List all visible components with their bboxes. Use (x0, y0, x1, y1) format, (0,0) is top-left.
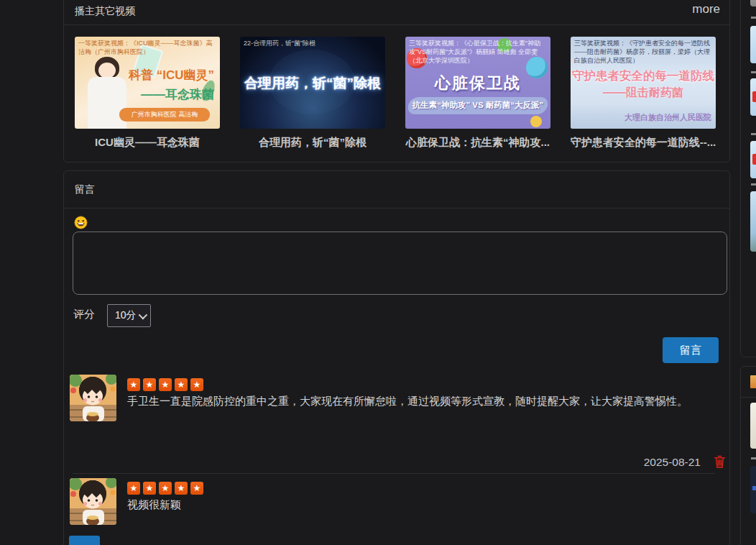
submit-comment-button[interactable]: 留言 (663, 337, 719, 363)
star-icon (143, 378, 156, 391)
comment-text: 视频很新颖 (127, 498, 709, 512)
video-title[interactable]: ICU幽灵——耳念珠菌 (72, 136, 223, 150)
star-icon (127, 378, 140, 391)
sidebar-thumb[interactable] (750, 466, 756, 513)
header-divider (64, 24, 729, 25)
thumb-caption: 一等奖获奖视频：《ICU幽灵——耳念珠菌》高洁梅（广州市胸科医院） (75, 37, 220, 58)
avatar (70, 478, 116, 525)
thumb-sub-text: 抗生素“神助攻” VS 耐药菌“大反派” (405, 100, 550, 111)
thumb-text-sliver (752, 154, 756, 165)
star-icon (190, 378, 203, 391)
sidebar-thumb[interactable] (750, 78, 756, 116)
thumb-sub-text: ——阻击耐药菌 (571, 86, 716, 101)
sidebar-header-sliver (750, 375, 756, 388)
truncated-text (751, 71, 756, 73)
cutoff-blue-element[interactable] (69, 536, 100, 545)
video-title[interactable]: 守护患者安全的每一道防线--... (568, 136, 719, 150)
sidebar-thumb[interactable] (750, 403, 756, 449)
comments-panel: 留言 评分 10分 留言 手卫生一直是院感防控的重中之重，大家现在有所懈怠啦，通… (63, 170, 730, 545)
star-icon (159, 378, 172, 391)
sidebar-panel-top (740, 0, 756, 357)
video-title[interactable]: 合理用药，斩“菌”除根 (237, 136, 388, 150)
thumb-caption: 22-合理用药，斩“菌”除根 (240, 37, 385, 50)
sidebar-panel-bottom (740, 366, 756, 545)
video-thumbnail[interactable]: 三等奖获奖视频：《心脏保卫战：抗生素“神助攻”VS耐药菌“大反派”》杨丽娟 简雄… (405, 37, 550, 129)
star-icon (127, 482, 140, 495)
avatar (70, 375, 116, 421)
star-icon (159, 482, 172, 495)
comment-date: 2025-08-21 (644, 456, 701, 469)
star-icon (175, 482, 188, 495)
rating-select[interactable]: 10分 (107, 304, 151, 327)
thumb-text-sliver (752, 486, 756, 490)
truncated-text (751, 17, 756, 19)
comment-text: 手卫生一直是院感防控的重中之重，大家现在有所懈怠啦，通过视频等形式宣教，随时提醒… (127, 395, 709, 408)
video-thumbnail[interactable]: 三等奖获奖视频：《守护患者安全的每一道防线——阻击耐药菌》杨彦芬，段丽屏，梁婷（… (571, 37, 716, 129)
page: 播主其它视频 more 一等奖获奖视频：《ICU幽灵——耳念珠菌》高洁梅（广州市… (0, 0, 756, 545)
star-rating (127, 482, 203, 495)
comments-panel-title: 留言 (75, 183, 95, 196)
sidebar-thumb[interactable] (750, 141, 756, 178)
video-thumbnail[interactable]: 22-合理用药，斩“菌”除根 合理用药，斩“菌”除根 (240, 37, 385, 129)
thumb-caption: 三等奖获奖视频：《守护患者安全的每一道防线——阻击耐药菌》杨彦芬，段丽屏，梁婷（… (571, 37, 716, 67)
truncated-text (751, 457, 756, 459)
truncated-text (751, 183, 756, 186)
header-divider (64, 208, 729, 209)
sidebar-thumb[interactable] (750, 0, 756, 6)
sidebar-thumb[interactable] (750, 26, 756, 63)
other-videos-panel: 播主其它视频 more 一等奖获奖视频：《ICU幽灵——耳念珠菌》高洁梅（广州市… (63, 0, 730, 162)
thumb-badge: 大理白族自治州人民医院 (624, 112, 711, 123)
video-thumbnail[interactable]: 一等奖获奖视频：《ICU幽灵——耳念珠菌》高洁梅（广州市胸科医院） 科普 “IC… (75, 37, 220, 129)
thumb-main-text: 科普 “ICU幽灵” ——耳念珠菌 (129, 67, 214, 103)
emoji-picker-icon[interactable] (74, 216, 88, 229)
truncated-text (751, 133, 756, 135)
chevron-down-icon (139, 310, 148, 319)
star-icon (190, 482, 203, 495)
delete-comment-icon[interactable] (714, 454, 726, 469)
more-link[interactable]: more (692, 2, 720, 17)
germ-graphic (530, 116, 542, 127)
star-rating (127, 378, 203, 391)
video-title[interactable]: 心脏保卫战：抗生素“神助攻... (402, 136, 553, 150)
thumb-text-sliver (752, 91, 756, 102)
star-icon (143, 482, 156, 495)
thumb-main-text: 合理用药，斩“菌”除根 (240, 74, 385, 93)
thumb-main-text: 心脏保卫战 (405, 73, 550, 94)
rating-selected-value: 10分 (115, 309, 137, 322)
rating-label: 评分 (73, 308, 95, 321)
header-divider (741, 397, 756, 398)
comment-input[interactable] (73, 232, 727, 295)
star-icon (175, 378, 188, 391)
thumb-main-text: 守护患者安全的每一道防线 (571, 68, 716, 84)
thumb-badge: 广州市胸科医院 高洁梅 (119, 108, 210, 122)
comment-divider (73, 473, 715, 474)
sidebar-thumb[interactable] (750, 191, 756, 252)
thumb-caption: 三等奖获奖视频：《心脏保卫战：抗生素“神助攻”VS耐药菌“大反派”》杨丽娟 简雄… (405, 37, 550, 67)
other-videos-title: 播主其它视频 (75, 5, 135, 18)
